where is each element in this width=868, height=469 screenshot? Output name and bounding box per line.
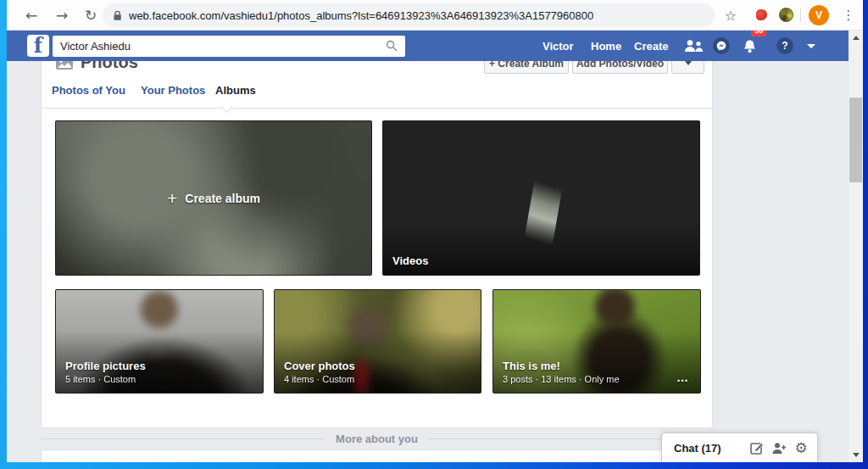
nav-home[interactable]: Home [591, 31, 621, 61]
page-content: Photos + Create Album Add Photos/Video P… [7, 31, 849, 462]
album-tile-profile-pictures[interactable]: Profile pictures 5 items · Custom [55, 289, 264, 394]
extension-icon[interactable] [756, 9, 767, 20]
notifications-icon[interactable]: 36 [743, 31, 757, 61]
album-title: This is me! [503, 359, 620, 373]
divider [41, 438, 326, 439]
reload-icon[interactable]: ↻ [78, 0, 103, 31]
search-input[interactable] [53, 36, 405, 57]
facebook-header: f Victor Home Create [7, 31, 849, 61]
album-meta: 5 items · Custom [65, 373, 146, 386]
url-text: web.facebook.com/vashiedu1/photos_albums… [129, 9, 593, 22]
scrollbar-thumb[interactable] [849, 98, 862, 182]
album-tile-cover-photos[interactable]: Cover photos 4 items · Custom [274, 289, 481, 394]
scroll-up-icon[interactable] [849, 31, 863, 45]
album-meta: 3 posts · 13 items · Only me [503, 373, 620, 386]
album-title: Profile pictures [65, 359, 146, 373]
desktop-background: ← → ↻ web.facebook.com/vashiedu1/photos_… [0, 0, 868, 469]
browser-toolbar: ← → ↻ web.facebook.com/vashiedu1/photos_… [7, 0, 863, 31]
back-icon[interactable]: ← [19, 0, 44, 31]
address-bar[interactable]: web.facebook.com/vashiedu1/photos_albums… [103, 3, 715, 27]
browser-menu-icon[interactable]: ⋮ [837, 0, 860, 31]
add-person-icon[interactable] [768, 437, 790, 459]
chat-settings-icon[interactable]: ⚙ [790, 437, 812, 459]
nav-create[interactable]: Create [634, 31, 668, 61]
scroll-down-icon[interactable] [849, 448, 863, 462]
toolbar-divider [800, 8, 801, 22]
account-dropdown-icon[interactable] [807, 31, 815, 61]
search-box[interactable] [53, 36, 405, 57]
chevron-down-icon [685, 61, 692, 65]
album-meta: 4 items · Custom [284, 373, 355, 386]
album-title: Videos [392, 254, 428, 268]
browser-profile-avatar[interactable]: V [809, 5, 829, 25]
plus-icon: + [167, 193, 177, 204]
extension-icon[interactable] [779, 8, 793, 22]
photos-card: Photos + Create Album Add Photos/Video P… [41, 51, 713, 428]
friend-requests-icon[interactable] [683, 31, 705, 61]
album-options-icon[interactable]: … [676, 371, 689, 384]
browser-window: ← → ↻ web.facebook.com/vashiedu1/photos_… [7, 0, 863, 462]
create-album-tile-label: Create album [185, 192, 260, 205]
nav-profile[interactable]: Victor [542, 31, 574, 61]
tabs-divider [42, 108, 712, 109]
more-about-you-label: More about you [336, 433, 418, 445]
more-about-you-section: More about you [41, 431, 713, 446]
album-title: Cover photos [284, 359, 355, 373]
album-tile-this-is-me[interactable]: This is me! 3 posts · 13 items · Only me… [492, 289, 701, 394]
tile-shade [383, 222, 699, 275]
facebook-logo[interactable]: f [27, 35, 49, 57]
tab-photos-of-you[interactable]: Photos of You [52, 84, 125, 97]
page-scrollbar[interactable] [849, 31, 863, 462]
create-album-tile[interactable]: + Create album [55, 120, 372, 276]
tab-your-photos[interactable]: Your Photos [141, 84, 205, 97]
tab-albums[interactable]: Albums [215, 84, 256, 97]
chat-label[interactable]: Chat (17) [674, 442, 746, 455]
next-section-card [41, 449, 713, 462]
help-icon[interactable]: ? [776, 31, 793, 61]
messenger-icon[interactable] [713, 31, 730, 61]
chat-bar[interactable]: Chat (17) ⚙ [661, 433, 818, 462]
bookmark-star-icon[interactable]: ☆ [719, 0, 743, 31]
new-message-icon[interactable] [746, 437, 768, 459]
forward-icon[interactable]: → [49, 0, 75, 31]
photos-tabs: Photos of You Your Photos Albums [42, 84, 712, 104]
search-icon[interactable] [386, 40, 398, 52]
padlock-icon [113, 10, 122, 21]
videos-album-tile[interactable]: Videos [382, 120, 700, 276]
